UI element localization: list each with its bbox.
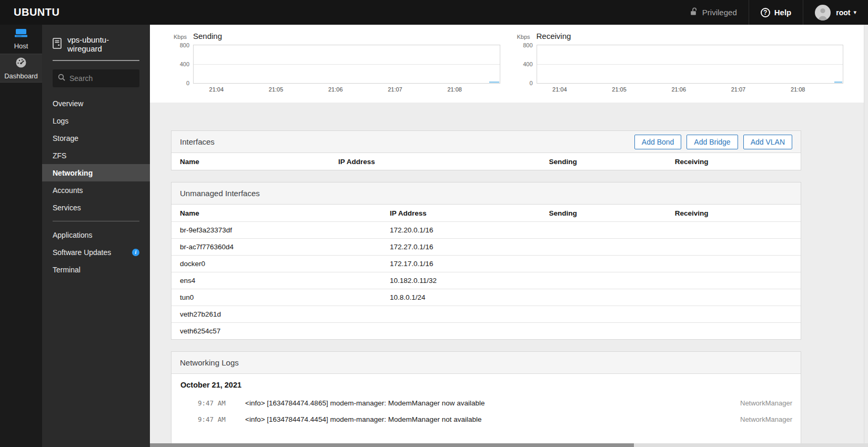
interface-name: ens4 [171, 272, 390, 289]
host-name: vps-ubuntu-wireguard [67, 35, 139, 53]
question-icon: ? [761, 8, 770, 17]
nav-host-label: Host [14, 42, 28, 50]
search-box[interactable] [53, 69, 139, 87]
interface-name: tun0 [171, 289, 390, 306]
traffic-series [489, 82, 499, 83]
unlock-icon [690, 7, 698, 18]
sidebar-item-networking[interactable]: Networking [42, 164, 150, 181]
sidebar: vps-ubuntu-wireguard Overview Logs Stora… [42, 25, 150, 447]
sidebar-item-services[interactable]: Services [42, 199, 150, 216]
log-time: 9:47 AM [198, 399, 234, 407]
sidebar-item-accounts[interactable]: Accounts [42, 181, 150, 199]
host-title: vps-ubuntu-wireguard [42, 25, 150, 60]
x-axis: 21:0421:0521:0621:0721:08 [193, 84, 500, 95]
sidebar-item-overview[interactable]: Overview [42, 95, 150, 112]
scrollbar-thumb[interactable] [150, 443, 634, 447]
privileged-label: Privileged [702, 8, 737, 17]
nav-rail: Host Dashboard [0, 25, 42, 447]
receiving-chart: Kbps Receiving 8004000 21:0421:0521:0621… [517, 32, 844, 103]
log-date: October 21, 2021 [180, 381, 792, 389]
table-row[interactable]: ens410.182.0.11/32 [171, 272, 801, 289]
interface-name: veth27b261d [171, 306, 390, 323]
divider [53, 60, 139, 61]
sidebar-item-logs[interactable]: Logs [42, 112, 150, 129]
column-header-ip: IP Address [390, 205, 549, 222]
add-vlan-button[interactable]: Add VLAN [743, 135, 792, 149]
nav-host[interactable]: Host [0, 25, 42, 54]
table-row[interactable]: veth27b261d [171, 306, 801, 323]
log-row[interactable]: 9:47 AM <info> [1634784474.4865] modem-m… [180, 395, 792, 411]
user-name: root [836, 8, 850, 17]
help-label: Help [774, 8, 792, 17]
log-source: NetworkManager [740, 399, 792, 407]
masthead: UBUNTU Privileged ? Help root ▾ [0, 0, 868, 25]
unmanaged-card-title: Unmanaged Interfaces [180, 189, 260, 198]
add-bridge-button[interactable]: Add Bridge [687, 135, 738, 149]
interface-ip: 172.20.0.1/16 [390, 222, 549, 239]
interface-ip: 172.17.0.1/16 [390, 256, 549, 272]
traffic-series [834, 82, 842, 83]
chart-title: Receiving [537, 32, 571, 40]
search-input[interactable] [69, 74, 165, 83]
sidebar-item-software-updates[interactable]: Software Updates i [42, 243, 150, 261]
plot-area [193, 45, 500, 84]
interfaces-card: Interfaces Add Bond Add Bridge Add VLAN … [171, 130, 801, 170]
log-message: <info> [1634784474.4865] modem-manager: … [245, 399, 485, 407]
column-header-name: Name [171, 205, 390, 222]
y-axis: 8004000 [174, 45, 189, 84]
unmanaged-interfaces-card: Unmanaged Interfaces Name IP Address Sen… [171, 182, 801, 340]
sending-chart: Kbps Sending 8004000 21:0421:0521:0621:0… [174, 32, 500, 103]
help-button[interactable]: ? Help [749, 0, 803, 25]
table-row[interactable]: docker0172.17.0.1/16 [171, 256, 801, 272]
sidebar-item-storage[interactable]: Storage [42, 129, 150, 147]
avatar [815, 5, 831, 21]
nav-dashboard-label: Dashboard [4, 72, 38, 80]
interface-name: docker0 [171, 256, 390, 272]
privileged-indicator[interactable]: Privileged [679, 0, 749, 25]
column-header-receiving: Receiving [675, 153, 801, 170]
column-header-ip: IP Address [338, 153, 549, 170]
table-row[interactable]: br-9ef3a23373df172.20.0.1/16 [171, 222, 801, 239]
horizontal-scrollbar[interactable] [150, 443, 868, 447]
menu-divider [53, 221, 139, 221]
log-row[interactable]: 9:47 AM <info> [1634784474.4454] modem-m… [180, 411, 792, 428]
interface-ip [390, 306, 549, 323]
gridline [537, 64, 843, 65]
interfaces-card-title: Interfaces [180, 137, 215, 146]
log-time: 9:47 AM [198, 415, 234, 423]
gridline [194, 64, 500, 65]
traffic-charts: Kbps Sending 8004000 21:0421:0521:0621:0… [150, 25, 868, 103]
sidebar-item-zfs[interactable]: ZFS [42, 147, 150, 164]
interface-ip: 10.8.0.1/24 [390, 289, 549, 306]
host-icon [14, 28, 28, 40]
interface-ip: 10.182.0.11/32 [390, 272, 549, 289]
chart-title: Sending [193, 32, 222, 40]
table-row[interactable]: tun010.8.0.1/24 [171, 289, 801, 306]
sidebar-item-label: Software Updates [53, 248, 111, 257]
interfaces-table: Name IP Address Sending Receiving [171, 153, 801, 170]
interface-name: br-ac7f776360d4 [171, 239, 390, 256]
table-row[interactable]: veth6254c57 [171, 323, 801, 340]
interface-ip [390, 323, 549, 340]
sidebar-menu: Overview Logs Storage ZFS Networking Acc… [42, 95, 150, 278]
dashboard-icon [15, 57, 27, 70]
add-bond-button[interactable]: Add Bond [634, 135, 682, 149]
caret-down-icon: ▾ [853, 9, 856, 16]
search-icon [58, 74, 65, 83]
sidebar-item-terminal[interactable]: Terminal [42, 261, 150, 278]
info-icon: i [132, 249, 139, 256]
user-menu[interactable]: root ▾ [803, 0, 868, 25]
y-axis-unit: Kbps [174, 34, 189, 40]
table-row[interactable]: br-ac7f776360d4172.27.0.1/16 [171, 239, 801, 256]
column-header-receiving: Receiving [675, 205, 801, 222]
log-source: NetworkManager [740, 415, 792, 423]
vertical-scrollbar[interactable] [864, 25, 868, 443]
nav-dashboard[interactable]: Dashboard [0, 54, 42, 83]
sidebar-item-applications[interactable]: Applications [42, 226, 150, 243]
column-header-sending: Sending [549, 153, 675, 170]
interface-ip: 172.27.0.1/16 [390, 239, 549, 256]
y-axis: 8004000 [517, 45, 533, 84]
column-header-sending: Sending [549, 205, 675, 222]
y-axis-unit: Kbps [517, 34, 533, 40]
plot-area [537, 45, 844, 84]
